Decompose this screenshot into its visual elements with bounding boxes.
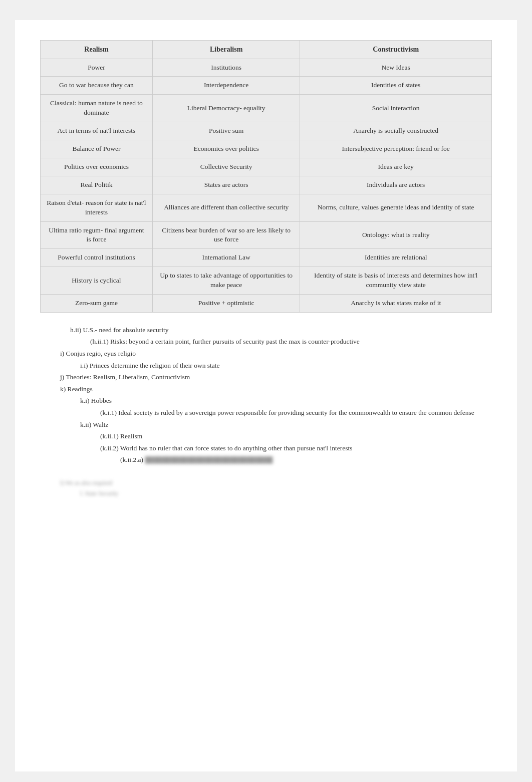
cell: Balance of Power (41, 140, 153, 158)
cell: Anarchy is socially constructed (300, 122, 492, 140)
outline-blurred-2: l. State Security (50, 489, 492, 498)
table-row: Powerful control institutions Internatio… (41, 249, 492, 267)
outline-section: h.ii) U.S.- need for absolute security (… (40, 325, 492, 498)
cell: Intersubjective perception: friend or fo… (300, 140, 492, 158)
table-row: Balance of Power Economics over politics… (41, 140, 492, 158)
cell: Citizens bear burden of war so are less … (152, 221, 300, 249)
outline-blurred-1: l) We as also required (50, 478, 492, 488)
cell: Positive + optimistic (152, 294, 300, 312)
cell: Politics over economics (41, 158, 153, 176)
cell: Individuals are actors (300, 176, 492, 194)
cell: Zero-sum game (41, 294, 153, 312)
table-row: Real Politik States are actors Individua… (41, 176, 492, 194)
table-row: History is cyclical Up to states to take… (41, 267, 492, 295)
cell: Raison d'etat- reason for state is nat'l… (41, 194, 153, 221)
cell: Ideas are key (300, 158, 492, 176)
cell: Economics over politics (152, 140, 300, 158)
cell: Real Politik (41, 176, 153, 194)
cell: Interdependence (152, 77, 300, 95)
outline-k-i-1: (k.i.1) Ideal society is ruled by a sove… (50, 407, 492, 418)
outline-i: i) Conjus regio, eyus religio (50, 348, 492, 359)
outline-k-ii-2: (k.ii.2) World has no ruler that can for… (50, 443, 492, 454)
cell: Social interaction (300, 95, 492, 122)
table-row: Act in terms of nat'l interests Positive… (41, 122, 492, 140)
header-constructivism: Constructivism (300, 41, 492, 59)
outline-k-ii-2a: (k.ii.2.a) █████████████████████████████… (50, 454, 492, 465)
cell: Positive sum (152, 122, 300, 140)
cell: Go to war because they can (41, 77, 153, 95)
table-row: Ultima ratio regum- final argument is fo… (41, 221, 492, 249)
outline-k-ii: k.ii) Waltz (50, 419, 492, 430)
cell: Act in terms of nat'l interests (41, 122, 153, 140)
cell: Collective Security (152, 158, 300, 176)
cell: Identity of state is basis of interests … (300, 267, 492, 295)
header-realism: Realism (41, 41, 153, 59)
cell: Classical: human nature is need to domin… (41, 95, 153, 122)
header-liberalism: Liberalism (152, 41, 300, 59)
blurred-text-k-ii-2a: ██████████████████████████████ (145, 456, 273, 463)
cell: Ontology: what is reality (300, 221, 492, 249)
cell: Identities of states (300, 77, 492, 95)
page-container: Realism Liberalism Constructivism Power … (15, 20, 517, 771)
cell: Identities are relational (300, 249, 492, 267)
cell: States are actors (152, 176, 300, 194)
table-row: Power Institutions New Ideas (41, 59, 492, 77)
outline-k: k) Readings (50, 384, 492, 395)
cell: History is cyclical (41, 267, 153, 295)
cell: Institutions (152, 59, 300, 77)
table-row: Raison d'etat- reason for state is nat'l… (41, 194, 492, 221)
cell: Norms, culture, values generate ideas an… (300, 194, 492, 221)
cell: Anarchy is what states make of it (300, 294, 492, 312)
cell: International Law (152, 249, 300, 267)
table-row: Classical: human nature is need to domin… (41, 95, 492, 122)
outline-i-i: i.i) Princes determine the religion of t… (50, 360, 492, 371)
table-row: Zero-sum game Positive + optimistic Anar… (41, 294, 492, 312)
cell: Up to states to take advantage of opport… (152, 267, 300, 295)
outline-k-i: k.i) Hobbes (50, 395, 492, 406)
outline-h-ii-1: (h.ii.1) Risks: beyond a certain point, … (50, 336, 492, 347)
outline-j: j) Theories: Realism, Liberalism, Contru… (50, 372, 492, 383)
cell: Powerful control institutions (41, 249, 153, 267)
table-row: Go to war because they can Interdependen… (41, 77, 492, 95)
cell: Alliances are different than collective … (152, 194, 300, 221)
outline-k-ii-1: (k.ii.1) Realism (50, 431, 492, 442)
comparison-table: Realism Liberalism Constructivism Power … (40, 40, 492, 313)
outline-h-ii: h.ii) U.S.- need for absolute security (50, 325, 492, 336)
cell: Liberal Democracy- equality (152, 95, 300, 122)
cell: New Ideas (300, 59, 492, 77)
cell: Ultima ratio regum- final argument is fo… (41, 221, 153, 249)
cell: Power (41, 59, 153, 77)
table-row: Politics over economics Collective Secur… (41, 158, 492, 176)
